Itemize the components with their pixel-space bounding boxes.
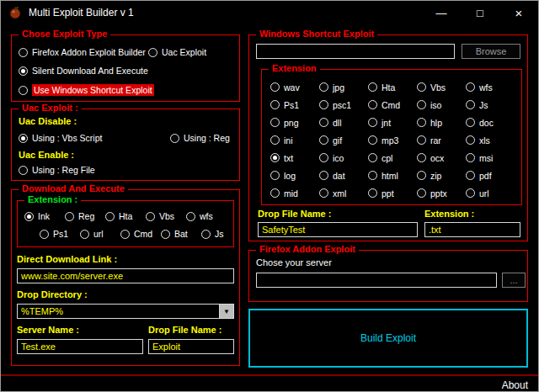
about-link[interactable]: About	[502, 379, 528, 391]
de-drop-file-name-label: Drop File Name :	[148, 325, 221, 335]
radio-use-windows-shortcut-exploit[interactable]: Use Windows Shortcut Exploit	[19, 84, 154, 96]
radio-doc[interactable]: doc	[466, 118, 515, 128]
radio-dot	[270, 153, 280, 162]
radio-url[interactable]: url	[466, 188, 515, 199]
radio-using-reg[interactable]: Using : Reg	[170, 133, 230, 143]
radio-txt[interactable]: txt	[270, 153, 319, 163]
direct-download-link-input[interactable]	[17, 268, 234, 283]
radio-using-reg-file[interactable]: Using : Reg File	[19, 165, 95, 175]
build-exploit-button[interactable]: Build Exploit	[248, 309, 528, 368]
shortcut-extension-input[interactable]	[424, 222, 520, 237]
radio-uac-exploit[interactable]: Uac Exploit	[148, 47, 206, 57]
radio-ocx[interactable]: ocx	[417, 153, 466, 163]
radio-Js[interactable]: Js	[201, 229, 242, 239]
radio-ico[interactable]: ico	[319, 153, 368, 163]
radio-msi[interactable]: msi	[466, 153, 515, 163]
radio-Ps1[interactable]: Ps1	[40, 229, 80, 239]
radio-ini[interactable]: ini	[270, 135, 319, 146]
shortcut-extension-group: Extension wavjpgHtaVbswfsPs1psc1CmdisoJs…	[261, 69, 522, 205]
radio-zip[interactable]: zip	[417, 171, 466, 181]
radio-dot	[368, 171, 377, 180]
close-button[interactable]: ×	[499, 1, 538, 24]
radio-Cmd[interactable]: Cmd	[368, 100, 417, 110]
radio-dat[interactable]: dat	[319, 171, 368, 181]
radio-url[interactable]: url	[80, 229, 120, 239]
firefox-server-input[interactable]	[256, 273, 497, 288]
radio-Hta[interactable]: Hta	[105, 211, 146, 221]
radio-label: rar	[430, 135, 441, 146]
radio-Cmd[interactable]: Cmd	[120, 229, 161, 239]
radio-Bat[interactable]: Bat	[161, 229, 201, 239]
radio-log[interactable]: log	[270, 171, 319, 181]
radio-wav[interactable]: wav	[270, 82, 319, 93]
radio-mid[interactable]: mid	[270, 188, 319, 199]
radio-pptx[interactable]: pptx	[417, 188, 466, 199]
radio-rar[interactable]: rar	[417, 135, 466, 146]
radio-dot	[417, 82, 426, 92]
radio-silent-download-and-execute[interactable]: Silent Download And Execute	[19, 66, 148, 76]
radio-wfs[interactable]: wfs	[466, 82, 515, 93]
group-title: Download And Execute	[19, 183, 128, 193]
dropdown-arrow-icon[interactable]: ▼	[219, 305, 233, 318]
radio-label: pptx	[430, 188, 447, 199]
radio-firefox-addon-exploit-builder[interactable]: Firefox Addon Exploit Builder	[19, 47, 146, 57]
firefox-browse-button[interactable]: ...	[502, 273, 526, 288]
radio-jnt[interactable]: jnt	[368, 118, 417, 128]
radio-Vbs[interactable]: Vbs	[417, 82, 466, 93]
radio-label: Vbs	[430, 82, 446, 93]
radio-dot	[161, 230, 170, 239]
radio-Js[interactable]: Js	[466, 100, 515, 110]
minimize-button[interactable]: —	[422, 1, 461, 24]
radio-dot	[417, 100, 426, 109]
radio-Reg[interactable]: Reg	[65, 211, 105, 221]
server-name-input[interactable]	[17, 339, 143, 354]
radio-label: Cmd	[382, 100, 400, 110]
radio-dll[interactable]: dll	[319, 118, 368, 128]
radio-ppt[interactable]: ppt	[368, 188, 417, 199]
radio-dot	[19, 66, 28, 76]
radio-png[interactable]: png	[270, 118, 319, 128]
radio-iso[interactable]: iso	[417, 100, 466, 110]
radio-pdf[interactable]: pdf	[466, 171, 515, 181]
radio-Ink[interactable]: Ink	[24, 211, 65, 221]
radio-using-vbs-script[interactable]: Using : Vbs Script	[19, 133, 102, 143]
direct-download-link-label: Direct Download Link :	[17, 254, 117, 264]
de-extension-group: Extension : InkRegHtaVbswfs Ps1urlCmdBat…	[17, 200, 234, 247]
shortcut-file-input[interactable]	[256, 44, 455, 59]
radio-cpl[interactable]: cpl	[368, 153, 417, 163]
chose-exploit-type-group: Chose Exploit Type Firefox Addon Exploit…	[11, 34, 240, 102]
radio-psc1[interactable]: psc1	[319, 100, 368, 110]
radio-dot	[319, 135, 328, 145]
radio-wfs[interactable]: wfs	[186, 211, 227, 221]
radio-Ps1[interactable]: Ps1	[270, 100, 319, 110]
radio-hlp[interactable]: hlp	[417, 118, 466, 128]
radio-xls[interactable]: xls	[466, 135, 515, 146]
radio-label: Silent Download And Execute	[32, 66, 148, 76]
radio-dot	[417, 188, 426, 198]
radio-label: html	[382, 171, 398, 181]
drop-directory-select[interactable]: %TEMP% ▼	[17, 304, 234, 319]
radio-label: xml	[333, 188, 346, 199]
radio-label: png	[284, 118, 299, 128]
radio-label: ppt	[382, 188, 394, 199]
de-extension-row-1: InkRegHtaVbswfs	[24, 211, 227, 221]
radio-gif[interactable]: gif	[319, 135, 368, 146]
radio-label: psc1	[333, 100, 351, 110]
browse-button[interactable]: Browse	[462, 44, 520, 59]
radio-mp3[interactable]: mp3	[368, 135, 417, 146]
radio-xml[interactable]: xml	[319, 188, 368, 199]
radio-dot	[19, 166, 28, 175]
radio-dot	[368, 188, 377, 198]
radio-html[interactable]: html	[368, 171, 417, 181]
shortcut-drop-file-input[interactable]	[258, 222, 418, 237]
radio-Hta[interactable]: Hta	[368, 82, 417, 93]
de-drop-file-name-input[interactable]	[148, 339, 234, 354]
title-bar: Multi Exploit Builder v 1 — □ ×	[1, 1, 538, 24]
maximize-button[interactable]: □	[461, 1, 499, 24]
radio-dot	[319, 188, 328, 198]
radio-label: mid	[284, 188, 298, 199]
radio-dot	[270, 135, 280, 145]
radio-label: doc	[479, 118, 494, 128]
radio-jpg[interactable]: jpg	[319, 82, 368, 93]
radio-Vbs[interactable]: Vbs	[146, 211, 186, 221]
